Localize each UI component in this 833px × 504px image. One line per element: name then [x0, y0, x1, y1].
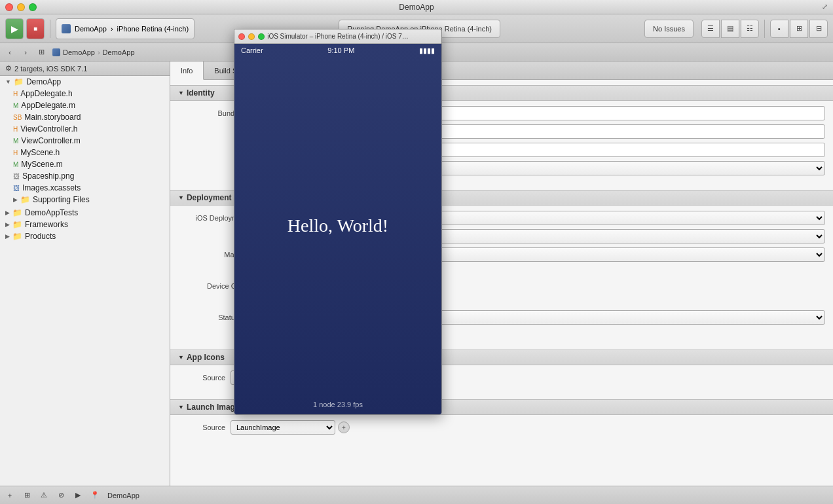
launch-add-button[interactable]: +	[338, 422, 350, 433]
bottom-error-button[interactable]: ⊘	[54, 488, 68, 503]
battery-icon: ▮▮▮▮	[419, 46, 435, 55]
back-button[interactable]: ‹	[3, 45, 17, 60]
file-icon-viewcontroller-h: H	[13, 126, 18, 133]
deployment-disclosure[interactable]: ▼	[178, 194, 184, 201]
simulator-overlay: iOS Simulator – iPhone Retina (4-inch) /…	[234, 29, 442, 415]
play-button[interactable]: ▶	[5, 18, 24, 39]
assistant-editor[interactable]: ⊞	[790, 20, 808, 38]
sim-close-btn[interactable]	[238, 33, 245, 40]
sidebar-item-appdelegate-m[interactable]: M AppDelegate.m	[0, 99, 170, 111]
sidebar-item-products[interactable]: ▶ 📁 Products	[0, 230, 170, 242]
sidebar-label-products: Products	[25, 232, 56, 241]
carrier-text: Carrier	[241, 46, 263, 54]
phone-status-bar: Carrier 9:10 PM ▮▮▮▮	[234, 44, 441, 57]
standard-editor[interactable]: ▪	[770, 20, 788, 38]
no-issues-badge: No Issues	[644, 20, 694, 38]
file-icon-appdelegate-h: H	[13, 90, 18, 98]
hello-world-text: Hello, World!	[287, 215, 388, 236]
breadcrumb-separator: ›	[98, 48, 100, 56]
app-icons-disclosure[interactable]: ▼	[178, 354, 184, 361]
expand-icon[interactable]: ⤢	[822, 3, 828, 11]
bottom-location-button[interactable]: 📍	[88, 488, 102, 503]
sidebar-item-demoapp[interactable]: ▼ 📁 DemoApp	[0, 76, 170, 88]
folder-icon-demoapp: 📁	[14, 77, 24, 86]
sim-window-controls	[238, 33, 265, 40]
nav-grid-button[interactable]: ⊞	[34, 45, 48, 60]
sidebar-label-spaceship: Spaceship.png	[22, 171, 74, 181]
sim-maximize-btn[interactable]	[258, 33, 265, 40]
toolbar-separator-1	[50, 20, 50, 38]
sidebar-item-viewcontroller-m[interactable]: M ViewController.m	[0, 135, 170, 147]
sidebar-item-viewcontroller-h[interactable]: H ViewController.h	[0, 123, 170, 135]
phone-content: Hello, World!	[234, 57, 441, 395]
sidebar-item-main-storyboard[interactable]: SB Main.storyboard	[0, 111, 170, 123]
sidebar-label-myscene-h: MyScene.h	[20, 148, 60, 157]
phone-screen: Carrier 9:10 PM ▮▮▮▮ Hello, World! 1 nod…	[234, 44, 441, 414]
version-editor[interactable]: ⊟	[809, 20, 828, 38]
disclosure-supporting[interactable]: ▶	[13, 196, 18, 203]
sidebar-item-images-xcassets[interactable]: 🖼 Images.xcassets	[0, 182, 170, 194]
sidebar-label-viewcontroller-m: ViewController.m	[21, 136, 80, 145]
navigator-toggle[interactable]: ☰	[701, 20, 720, 38]
minimize-button[interactable]	[17, 3, 25, 11]
view-controls: ☰ ▤ ☷	[701, 20, 759, 38]
sidebar-label-frameworks: Frameworks	[25, 220, 68, 229]
bottom-add-button[interactable]: +	[3, 488, 17, 503]
scheme-selector[interactable]: DemoApp › iPhone Retina (4-inch)	[56, 18, 194, 39]
bottom-test-button[interactable]: ▶	[71, 488, 85, 503]
sidebar-label-xcassets: Images.xcassets	[22, 183, 81, 192]
identity-disclosure[interactable]: ▼	[178, 90, 184, 96]
time-text: 9:10 PM	[327, 46, 354, 54]
folder-icon-frameworks: 📁	[12, 220, 22, 229]
breadcrumb: DemoApp › DemoApp	[52, 48, 135, 56]
launch-images-content: Source LaunchImage +	[170, 415, 833, 444]
sidebar-label-appdelegate-m: AppDelegate.m	[21, 101, 75, 110]
forward-button[interactable]: ›	[18, 45, 33, 60]
launch-source-wrap: LaunchImage +	[231, 420, 350, 435]
scheme-app-name: DemoApp	[75, 25, 107, 33]
bottom-bar: + ⊞ ⚠ ⊘ ▶ 📍 DemoApp	[0, 486, 833, 504]
bottom-label: DemoApp	[107, 492, 139, 499]
file-icon-myscene-m: M	[13, 161, 18, 168]
window-title: DemoApp	[399, 3, 434, 12]
disclosure-frameworks[interactable]: ▶	[5, 221, 10, 228]
bottom-warning-button[interactable]: ⚠	[37, 488, 51, 503]
fps-text: 1 node 23.9 fps	[313, 401, 363, 408]
file-icon-storyboard: SB	[13, 114, 22, 121]
sidebar-label-viewcontroller-h: ViewController.h	[20, 124, 77, 134]
editor-controls: ▪ ⊞ ⊟	[770, 20, 828, 38]
breadcrumb-app[interactable]: DemoApp	[63, 48, 95, 56]
file-icon-appdelegate-m: M	[13, 102, 18, 109]
disclosure-tests[interactable]: ▶	[5, 209, 10, 216]
disclosure-demoapp[interactable]: ▼	[5, 79, 11, 85]
sidebar-item-frameworks[interactable]: ▶ 📁 Frameworks	[0, 219, 170, 230]
stop-button[interactable]: ■	[26, 18, 45, 39]
sidebar-item-myscene-h[interactable]: H MyScene.h	[0, 147, 170, 158]
maximize-button[interactable]	[29, 3, 37, 11]
sidebar-item-supporting-files[interactable]: ▶ 📁 Supporting Files	[0, 194, 170, 206]
disclosure-products[interactable]: ▶	[5, 233, 10, 240]
sidebar-item-appdelegate-h[interactable]: H AppDelegate.h	[0, 88, 170, 99]
utility-toggle[interactable]: ☷	[741, 20, 759, 38]
breadcrumb-file[interactable]: DemoApp	[103, 48, 135, 56]
sidebar-label-supporting: Supporting Files	[33, 195, 90, 204]
xcode-icon: ⚙	[5, 64, 12, 73]
launch-source-row: Source LaunchImage +	[178, 420, 825, 435]
tab-info[interactable]: Info	[170, 62, 204, 80]
launch-images-disclosure[interactable]: ▼	[178, 404, 184, 410]
breadcrumb-icon	[52, 48, 60, 56]
launch-source-select[interactable]: LaunchImage	[231, 420, 335, 435]
sidebar-item-myscene-m[interactable]: M MyScene.m	[0, 158, 170, 170]
sidebar-label-appdelegate-h: AppDelegate.h	[20, 89, 72, 98]
bottom-filter-button[interactable]: ⊞	[20, 488, 34, 503]
sidebar-item-demoapp-tests[interactable]: ▶ 📁 DemoAppTests	[0, 207, 170, 219]
debug-toggle[interactable]: ▤	[721, 20, 739, 38]
launch-source-label: Source	[186, 423, 225, 431]
sidebar-item-spaceship[interactable]: 🖼 Spaceship.png	[0, 170, 170, 182]
app-icons-source-label: Source	[186, 374, 225, 382]
sim-minimize-btn[interactable]	[248, 33, 255, 40]
sidebar-header-text: 2 targets, iOS SDK 7.1	[14, 65, 87, 73]
close-button[interactable]	[5, 3, 13, 11]
window-controls	[5, 3, 37, 11]
folder-icon-supporting: 📁	[20, 195, 30, 204]
